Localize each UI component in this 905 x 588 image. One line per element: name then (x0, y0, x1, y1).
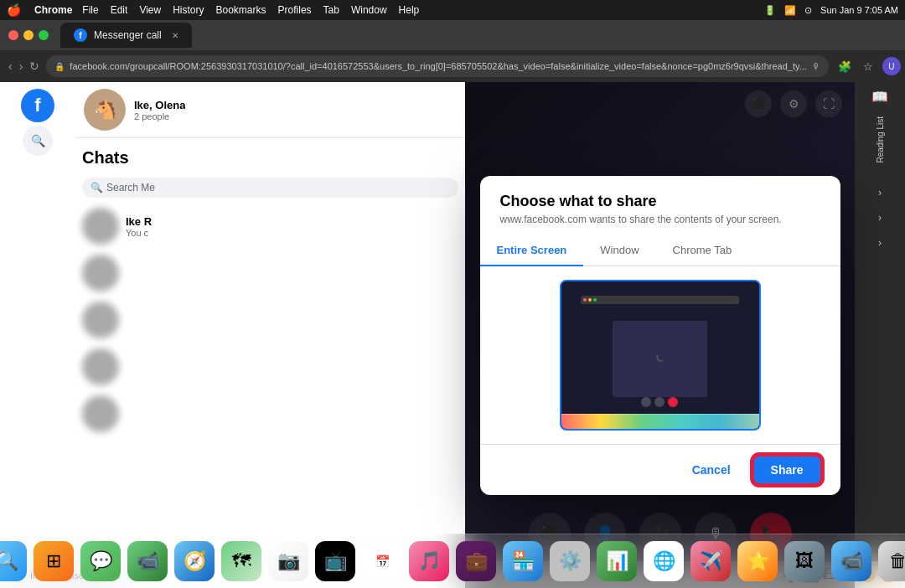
dock-appstore[interactable]: 🏪 (503, 541, 543, 581)
bookmark-button[interactable]: ☆ (859, 57, 877, 75)
dock-zoom[interactable]: 📹 (831, 541, 871, 581)
chat-item-4[interactable] (75, 343, 465, 390)
dialog-header: Choose what to share www.facebook.com wa… (480, 176, 840, 235)
nested-browser-bar (581, 296, 739, 304)
browser-chrome: f Messenger call ✕ ‹ › ↻ 🔒 facebook.com/… (0, 20, 905, 82)
tab-favicon: f (74, 28, 87, 42)
close-button[interactable] (8, 30, 18, 40)
dock-slack[interactable]: 💼 (456, 541, 496, 581)
apple-menu[interactable]: 🍎 (7, 3, 21, 17)
app-menu-chrome[interactable]: Chrome (34, 4, 72, 16)
dialog-title: Choose what to share (500, 193, 820, 210)
dock-launchpad[interactable]: ⊞ (34, 541, 74, 581)
chat-item-3[interactable] (75, 297, 465, 343)
share-dialog: Choose what to share www.facebook.com wa… (480, 176, 840, 495)
dock-preview[interactable]: 🖼 (784, 541, 825, 581)
chat-item-ike[interactable]: Ike R You c (75, 203, 465, 250)
menu-help[interactable]: Help (399, 4, 420, 16)
reading-list-icon[interactable]: 📖 (871, 89, 888, 105)
dock-excel[interactable]: 📊 (597, 541, 637, 581)
tab-entire-screen[interactable]: Entire Screen (480, 235, 584, 266)
minimize-button[interactable] (23, 30, 34, 40)
dock-music[interactable]: 🎵 (409, 541, 449, 581)
tab-close-icon[interactable]: ✕ (172, 31, 178, 40)
lock-icon: 🔒 (54, 62, 65, 71)
chat-item-5[interactable] (75, 390, 465, 437)
menu-file[interactable]: File (82, 4, 98, 16)
nested-browser-preview: 📞 (581, 296, 739, 414)
share-button[interactable]: Share (754, 456, 820, 483)
screen-taskbar (561, 414, 759, 429)
menu-tab[interactable]: Tab (323, 4, 339, 16)
chat-info-ike: Ike R You c (126, 215, 152, 238)
active-tab[interactable]: f Messenger call ✕ (60, 23, 192, 48)
chats-title: Chats (82, 148, 458, 168)
contact-info: Ike, Olena 2 people (134, 99, 185, 121)
control-center-icon[interactable]: ⊙ (804, 5, 812, 16)
menu-history[interactable]: History (173, 4, 204, 16)
profile-avatar[interactable]: U (882, 57, 901, 75)
reading-list-arrow-1[interactable]: › (878, 187, 882, 199)
cancel-button[interactable]: Cancel (679, 456, 744, 483)
menu-bookmarks[interactable]: Bookmarks (216, 4, 266, 16)
dock-trash[interactable]: 🗑 (878, 541, 905, 581)
extensions-button[interactable]: 🧩 (835, 57, 854, 75)
dock-reeder[interactable]: ⭐ (737, 541, 778, 581)
dock-calendar[interactable]: 📅 (362, 541, 402, 581)
time-display: Sun Jan 9 7:05 AM (820, 5, 898, 15)
dock-safari[interactable]: 🧭 (174, 541, 215, 581)
contact-name: Ike, Olena (134, 99, 185, 111)
dock-chrome[interactable]: 🌐 (644, 541, 684, 581)
nested-ctrl-1 (641, 397, 651, 407)
screen-preview-inner: 📞 (561, 281, 759, 429)
chat-avatar-ike (82, 208, 119, 245)
dock-messages[interactable]: 💬 (80, 541, 121, 581)
tab-window[interactable]: Window (583, 235, 655, 266)
menu-window[interactable]: Window (351, 4, 387, 16)
chat-avatar-4 (82, 348, 119, 385)
address-bar[interactable]: 🔒 facebook.com/groupcall/ROOM:2563930317… (46, 55, 829, 77)
chat-name-ike: Ike R (126, 215, 152, 228)
messenger-header: Chats (75, 138, 465, 173)
dock-airmail[interactable]: ✈️ (690, 541, 731, 581)
url-text: facebook.com/groupcall/ROOM:256393031703… (70, 61, 807, 71)
contact-subtitle: 2 people (134, 111, 185, 121)
menubar-right: 🔋 📶 ⊙ Sun Jan 9 7:05 AM (764, 5, 898, 16)
menu-edit[interactable]: Edit (111, 4, 128, 16)
menu-view[interactable]: View (139, 4, 161, 16)
browser-window: f Messenger call ✕ ‹ › ↻ 🔒 facebook.com/… (0, 20, 905, 588)
screen-preview[interactable]: 📞 (560, 280, 761, 431)
toolbar-right: 🧩 ☆ U 🔔 ⋮ (835, 57, 905, 75)
mac-dock: 🔍 ⊞ 💬 📹 🧭 🗺 📷 📺 📅 🎵 💼 🏪 ⚙️ 📊 🌐 ✈️ ⭐ 🖼 📹 … (0, 534, 905, 588)
dock-systemprefs[interactable]: ⚙️ (550, 541, 590, 581)
browser-toolbar: ‹ › ↻ 🔒 facebook.com/groupcall/ROOM:2563… (0, 50, 905, 82)
back-button[interactable]: ‹ (8, 57, 13, 75)
search-icon: 🔍 (90, 182, 103, 193)
reading-list-arrow-3[interactable]: › (878, 237, 882, 249)
menu-profiles[interactable]: Profiles (278, 4, 312, 16)
dock-finder[interactable]: 🔍 (0, 541, 27, 581)
refresh-button[interactable]: ↻ (29, 57, 39, 75)
dock-photos[interactable]: 📷 (268, 541, 308, 581)
chat-avatar-3 (82, 302, 119, 338)
reading-list-arrow-2[interactable]: › (878, 212, 882, 224)
user-info-bar: 🐴 Ike, Olena 2 people (75, 82, 465, 138)
battery-icon: 🔋 (764, 5, 776, 16)
fb-search-icon[interactable]: 🔍 (23, 126, 53, 156)
nested-call-controls (581, 397, 739, 407)
menubar: 🍎 Chrome File Edit View History Bookmark… (0, 0, 905, 20)
wifi-icon: 📶 (784, 5, 796, 16)
dock-maps[interactable]: 🗺 (221, 541, 261, 581)
dock-facetime[interactable]: 📹 (127, 541, 168, 581)
messenger-search[interactable]: 🔍 Search Me (82, 178, 458, 198)
chat-item-2[interactable] (75, 250, 465, 297)
tab-chrome-tab[interactable]: Chrome Tab (656, 235, 749, 266)
forward-button[interactable]: › (19, 57, 23, 75)
menu-items: File Edit View History Bookmarks Profile… (82, 4, 419, 16)
nested-min-dot (588, 298, 592, 302)
maximize-button[interactable] (39, 30, 49, 40)
call-screen: ⬛ ⚙ ⛶ Choose what to share www.facebook.… (465, 82, 855, 588)
share-dialog-overlay: Choose what to share www.facebook.com wa… (465, 82, 855, 588)
dock-appletv[interactable]: 📺 (315, 541, 355, 581)
facebook-logo[interactable]: f (21, 89, 54, 122)
